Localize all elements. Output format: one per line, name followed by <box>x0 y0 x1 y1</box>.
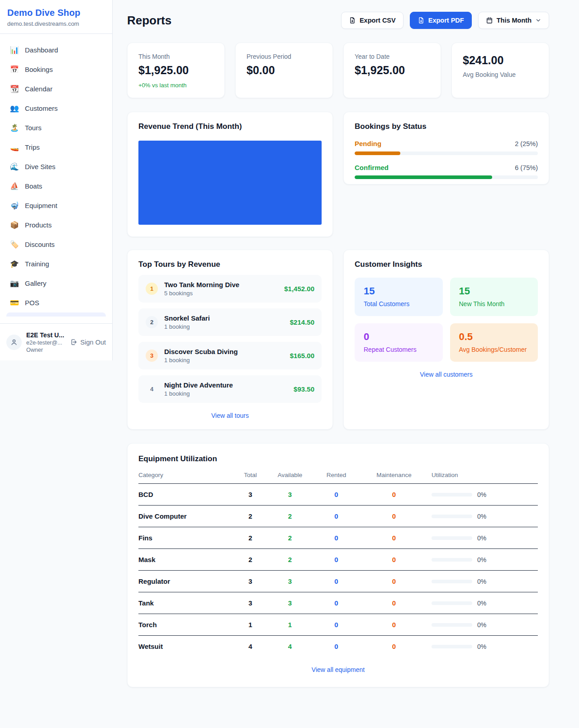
sign-out-button[interactable]: Sign Out <box>70 338 106 346</box>
tile-new-this-month: 15 New This Month <box>450 278 538 316</box>
table-row: Tank 3 3 0 0 0% <box>138 592 538 614</box>
speedboat-icon: 🚤 <box>10 143 19 151</box>
tile-repeat-customers: 0 Repeat Customers <box>355 323 443 362</box>
wave-icon: 🌊 <box>10 162 19 171</box>
export-pdf-button[interactable]: Export PDF <box>410 12 472 29</box>
rank-badge: 3 <box>146 350 158 362</box>
rank-badge: 4 <box>146 383 158 395</box>
insights-row: Top Tours by Revenue 1 Two Tank Morning … <box>127 250 549 430</box>
tour-row[interactable]: 1 Two Tank Morning Dive5 bookings $1,452… <box>138 275 322 303</box>
user-panel: E2E Test U... e2e-tester@... Owner Sign … <box>0 323 112 360</box>
sidebar-item-equipment[interactable]: 🤿Equipment <box>5 196 107 215</box>
progress-track <box>355 175 538 179</box>
bookings-by-status-title: Bookings by Status <box>355 122 538 131</box>
sidebar-item-dashboard[interactable]: 📊Dashboard <box>5 40 107 60</box>
brand-name: Demo Dive Shop <box>7 8 105 18</box>
sidebar-item-reports-partial[interactable] <box>6 312 106 317</box>
revenue-trend-card: Revenue Trend (This Month) <box>127 112 333 237</box>
sidebar-item-gallery[interactable]: 📷Gallery <box>5 274 107 293</box>
stat-delta: +0% vs last month <box>138 82 214 89</box>
table-row: Wetsuit 4 4 0 0 0% <box>138 636 538 657</box>
tear-off-calendar-icon: 📆 <box>10 85 19 93</box>
revenue-trend-title: Revenue Trend (This Month) <box>138 122 322 131</box>
tour-row[interactable]: 2 Snorkel Safari1 booking $214.50 <box>138 308 322 336</box>
sidebar-item-trips[interactable]: 🚤Trips <box>5 137 107 157</box>
bar-chart-icon: 📊 <box>10 46 19 54</box>
person-icon <box>10 338 18 346</box>
package-icon: 📦 <box>10 221 19 229</box>
graduation-cap-icon: 🎓 <box>10 260 19 268</box>
stat-card-year-to-date: Year to Date $1,925.00 <box>343 43 441 98</box>
period-dropdown[interactable]: This Month <box>478 12 549 29</box>
sidebar-item-customers[interactable]: 👥Customers <box>5 99 107 118</box>
sidebar-item-calendar[interactable]: 📆Calendar <box>5 79 107 99</box>
tour-row[interactable]: 3 Discover Scuba Diving1 booking $165.00 <box>138 342 322 369</box>
progress-track <box>355 151 538 155</box>
diving-mask-icon: 🤿 <box>10 201 19 210</box>
revenue-bar-chart <box>138 141 322 225</box>
sidebar-nav: 📊Dashboard 📅Bookings 📆Calendar 👥Customer… <box>0 34 112 323</box>
utilization-bar <box>432 623 472 627</box>
customer-insights-title: Customer Insights <box>355 260 538 269</box>
stat-card-avg-booking-value: $241.00 Avg Booking Value <box>451 43 549 98</box>
insights-grid: 15 Total Customers 15 New This Month 0 R… <box>355 278 538 362</box>
equipment-utilization-title: Equipment Utilization <box>138 454 538 463</box>
rank-badge: 2 <box>146 316 158 328</box>
tour-row[interactable]: 4 Night Dive Adventure1 booking $93.50 <box>138 375 322 403</box>
stat-card-previous-period: Previous Period $0.00 <box>235 43 333 98</box>
logout-icon <box>70 338 78 346</box>
utilization-bar <box>432 515 472 518</box>
calendar-icon: 📅 <box>10 65 19 74</box>
utilization-bar <box>432 580 472 583</box>
stat-card-this-month: This Month $1,925.00 +0% vs last month <box>127 43 225 98</box>
sidebar-item-dive-sites[interactable]: 🌊Dive Sites <box>5 157 107 176</box>
view-all-tours-link[interactable]: View all tours <box>138 412 322 419</box>
status-row-pending: Pending 2 (25%) <box>355 140 538 155</box>
sidebar-item-products[interactable]: 📦Products <box>5 215 107 235</box>
table-row: Fins 2 2 0 0 0% <box>138 527 538 549</box>
tile-total-customers: 15 Total Customers <box>355 278 443 316</box>
table-row: Torch 1 1 0 0 0% <box>138 614 538 636</box>
table-row: Regulator 3 3 0 0 0% <box>138 571 538 592</box>
table-header: Category Total Available Rented Maintena… <box>138 472 538 484</box>
sailboat-icon: ⛵ <box>10 182 19 190</box>
sidebar-item-training[interactable]: 🎓Training <box>5 254 107 274</box>
top-tours-title: Top Tours by Revenue <box>138 260 322 269</box>
utilization-bar <box>432 493 472 496</box>
export-csv-button[interactable]: Export CSV <box>341 12 403 29</box>
header-actions: Export CSV Export PDF This Month <box>341 12 549 29</box>
bookings-by-status-card: Bookings by Status Pending 2 (25%) Confi… <box>343 112 549 184</box>
table-row: BCD 3 3 0 0 0% <box>138 484 538 506</box>
calendar-icon <box>486 17 493 24</box>
top-tours-card: Top Tours by Revenue 1 Two Tank Morning … <box>127 250 333 430</box>
user-role: Owner <box>26 347 66 353</box>
people-icon: 👥 <box>10 104 19 113</box>
rank-badge: 1 <box>146 283 158 295</box>
table-row: Dive Computer 2 2 0 0 0% <box>138 506 538 527</box>
tile-avg-bookings-customer: 0.5 Avg Bookings/Customer <box>450 323 538 362</box>
utilization-bar <box>432 536 472 540</box>
sidebar-item-tours[interactable]: 🏝️Tours <box>5 118 107 137</box>
main-content: Reports Export CSV Export PDF This Month… <box>113 0 579 705</box>
brand: Demo Dive Shop demo.test.divestreams.com <box>0 0 112 34</box>
user-info: E2E Test U... e2e-tester@... Owner <box>26 331 66 353</box>
progress-fill <box>355 151 400 155</box>
progress-fill <box>355 175 492 179</box>
avatar <box>6 335 22 350</box>
sidebar-item-bookings[interactable]: 📅Bookings <box>5 60 107 79</box>
view-all-customers-link[interactable]: View all customers <box>355 371 538 378</box>
utilization-bar <box>432 558 472 562</box>
status-row-confirmed: Confirmed 6 (75%) <box>355 164 538 179</box>
customer-insights-card: Customer Insights 15 Total Customers 15 … <box>343 250 549 430</box>
credit-card-icon: 💳 <box>10 298 19 307</box>
utilization-bar <box>432 601 472 605</box>
page-title: Reports <box>127 14 171 28</box>
sidebar-item-pos[interactable]: 💳POS <box>5 293 107 312</box>
view-all-equipment-link[interactable]: View all equipment <box>138 666 538 673</box>
page-header: Reports Export CSV Export PDF This Month <box>127 12 549 29</box>
sidebar-item-discounts[interactable]: 🏷️Discounts <box>5 235 107 254</box>
camera-icon: 📷 <box>10 279 19 288</box>
user-name: E2E Test U... <box>26 331 66 339</box>
sidebar-item-boats[interactable]: ⛵Boats <box>5 176 107 196</box>
sidebar: Demo Dive Shop demo.test.divestreams.com… <box>0 0 113 360</box>
